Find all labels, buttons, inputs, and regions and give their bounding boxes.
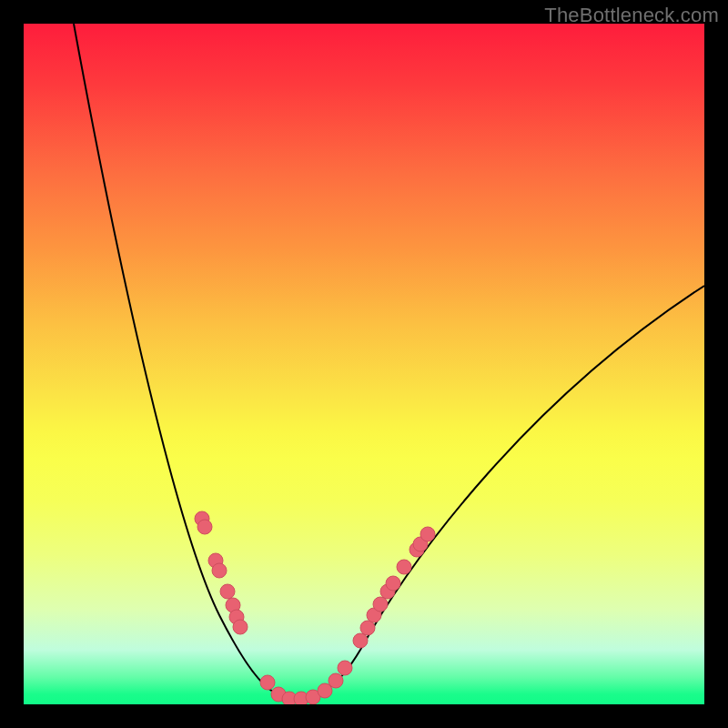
- data-point: [420, 527, 435, 541]
- data-point: [397, 560, 411, 574]
- data-point: [386, 576, 400, 591]
- curve-left: [74, 24, 292, 699]
- data-point: [373, 597, 388, 612]
- data-point: [212, 563, 227, 578]
- data-point: [220, 584, 235, 599]
- data-point: [338, 661, 352, 675]
- data-point: [360, 621, 375, 635]
- chart-svg: [24, 24, 704, 704]
- data-point: [197, 520, 212, 534]
- data-point: [260, 675, 275, 690]
- chart-area: [24, 24, 704, 704]
- dot-layer: [195, 511, 435, 704]
- data-point: [329, 673, 343, 688]
- watermark-text: TheBottleneck.com: [544, 4, 719, 27]
- data-point: [353, 633, 368, 648]
- data-point: [233, 620, 248, 634]
